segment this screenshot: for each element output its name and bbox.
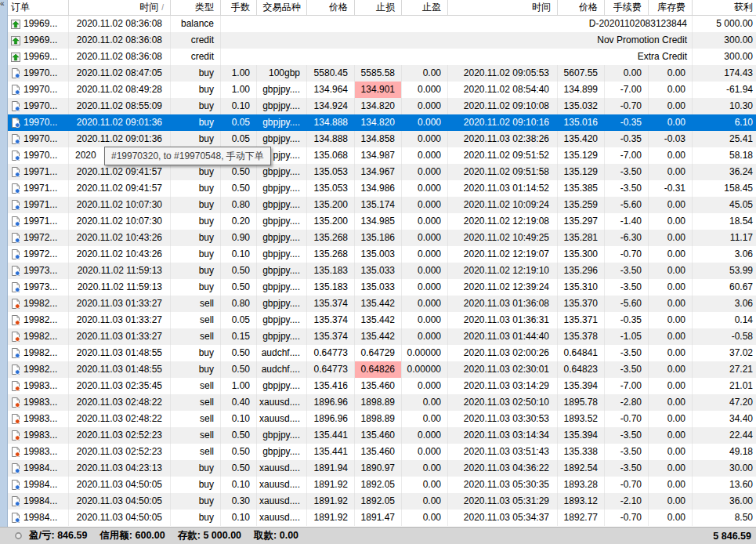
cell-time: 2020.11.02 11:59:13	[69, 279, 171, 296]
cell-comm: 0.00	[605, 65, 649, 82]
cell-lots: 1.00	[221, 82, 257, 98]
col-header-order[interactable]: 订单	[8, 0, 69, 15]
cell-time: 2020.11.02 10:07:30	[69, 213, 171, 230]
col-header-open-price[interactable]: 价格	[307, 0, 355, 15]
cell-tp: 0.000	[402, 197, 448, 213]
table-row[interactable]: 19971...2020.11.02 10:07:30buy0.80gbpjpy…	[8, 197, 756, 213]
col-header-sl[interactable]: 止损	[355, 0, 402, 15]
cell-type: buy	[171, 131, 221, 147]
cell-profit: 11.17	[693, 230, 756, 246]
cell-time: 2020.11.02 09:41:57	[69, 164, 171, 180]
table-row[interactable]: 19969...2020.11.02 08:36:08balanceD-2020…	[8, 16, 756, 32]
table-row[interactable]: 19973...2020.11.02 11:59:13buy0.50gbpjpy…	[8, 279, 756, 296]
table-row[interactable]: 19972...2020.11.02 10:43:26buy0.90gbpjpy…	[8, 230, 756, 246]
deposit-arrow-icon	[10, 52, 20, 62]
cell-type: credit	[171, 49, 221, 65]
table-row[interactable]: 19983...2020.11.03 02:48:22sell0.10xauus…	[8, 411, 756, 427]
table-row[interactable]: 19982...2020.11.03 01:33:27sell0.15gbpjp…	[8, 328, 756, 345]
col-header-open-time[interactable]: 时间/	[69, 0, 171, 15]
cell-lots: 0.10	[221, 98, 257, 114]
cell-time: 2020.11.02 08:36:08	[69, 16, 171, 32]
order-number: 19984...	[24, 493, 57, 510]
col-header-symbol[interactable]: 交易品种	[257, 0, 307, 15]
cell-time2: 2020.11.02 08:54:40	[448, 82, 558, 98]
table-row[interactable]: 19970...2020.11.02 08:55:09buy0.10gbpjpy…	[8, 98, 756, 114]
table-row[interactable]: 19969...2020.11.02 08:36:08creditExtra C…	[8, 49, 756, 65]
cell-price2: 1895.78	[558, 394, 605, 411]
cell-profit: 47.20	[693, 394, 756, 411]
table-row[interactable]: 19983...2020.11.03 02:35:45sell1.00gbpjp…	[8, 378, 756, 394]
col-header-swap[interactable]: 库存费	[649, 0, 693, 15]
table-row[interactable]: 19970...2020.11.02 08:49:28buy1.00gbpjpy…	[8, 82, 756, 98]
table-row[interactable]: 19969...2020.11.02 08:36:08creditNov Pro…	[8, 32, 756, 49]
cell-type: credit	[171, 32, 221, 49]
cell-swap: -0.31	[649, 180, 693, 197]
table-row[interactable]: 19982...2020.11.03 01:48:55buy0.50audchf…	[8, 345, 756, 361]
table-row[interactable]: 19982...2020.11.03 01:33:27sell0.80gbpjp…	[8, 296, 756, 312]
buy-order-icon	[10, 233, 20, 243]
table-row[interactable]: 19971...2020.11.02 10:07:30buy0.20gbpjpy…	[8, 213, 756, 230]
cell-order: 19970...	[8, 147, 69, 164]
status-total-balance: 5 846.59	[713, 531, 756, 542]
cell-price: 135.374	[307, 328, 355, 345]
cell-tp: 0.00	[402, 510, 448, 526]
col-header-tp[interactable]: 止盈	[402, 0, 448, 15]
table-row[interactable]: 19970...2020.11.02 08:47:05buy1.00100gbp…	[8, 65, 756, 82]
cell-sl: 135.442	[355, 296, 402, 312]
cell-sl: 1892.05	[355, 493, 402, 510]
cell-swap: 0.00	[649, 361, 693, 378]
order-number: 19973...	[24, 263, 57, 279]
cell-comm: -3.50	[605, 164, 649, 180]
cell-symbol: gbpjpy....	[257, 427, 307, 444]
cell-comm: -3.50	[605, 180, 649, 197]
table-row[interactable]: 19984...2020.11.03 04:23:13buy0.50xauusd…	[8, 460, 756, 477]
cell-symbol: gbpjpy....	[257, 263, 307, 279]
table-row[interactable]: 19983...2020.11.03 02:52:23sell0.50gbpjp…	[8, 444, 756, 460]
cell-profit: 27.21	[693, 361, 756, 378]
col-header-lots[interactable]: 手数	[221, 0, 257, 15]
cell-sl: 1892.05	[355, 477, 402, 493]
order-number: 19972...	[24, 230, 57, 246]
cell-order: 19972...	[8, 230, 69, 246]
col-header-close-price[interactable]: 价格	[558, 0, 605, 15]
cell-type: buy	[171, 477, 221, 493]
cell-lots: 0.05	[221, 312, 257, 328]
table-row[interactable]: 19972...2020.11.02 10:43:26buy0.10gbpjpy…	[8, 246, 756, 263]
table-row[interactable]: 19982...2020.11.03 01:33:27sell0.05gbpjp…	[8, 312, 756, 328]
table-row[interactable]: 19970...2020.11.02 09:01:36buy0.05gbpjpy…	[8, 131, 756, 147]
cell-lots: 0.05	[221, 131, 257, 147]
cell-order: 19970...	[8, 65, 69, 82]
table-row[interactable]: 19970...2020.11.02 09:01:36buy0.05gbpjpy…	[8, 114, 756, 131]
cell-time2: 2020.11.03 03:51:43	[448, 444, 558, 460]
history-table: 订单 时间/ 类型 手数 交易品种 价格 止损 止盈 时间 价格 手续费 库存费…	[8, 0, 756, 16]
table-row[interactable]: 19984...2020.11.03 04:50:05buy0.30xauusd…	[8, 493, 756, 510]
col-header-type[interactable]: 类型	[171, 0, 221, 15]
table-row[interactable]: 19973...2020.11.02 11:59:13buy0.50gbpjpy…	[8, 263, 756, 279]
col-header-close-time[interactable]: 时间	[448, 0, 558, 15]
cell-price2: 135.016	[558, 114, 605, 131]
cell-tp: 0.000	[402, 230, 448, 246]
table-row[interactable]: 19971...2020.11.02 09:41:57buy0.50gbpjpy…	[8, 164, 756, 180]
table-row[interactable]: 19983...2020.11.03 02:52:23sell0.50gbpjp…	[8, 427, 756, 444]
table-row[interactable]: 19984...2020.11.03 04:50:05buy0.10xauusd…	[8, 477, 756, 493]
cell-swap: 0.00	[649, 411, 693, 427]
col-header-profit[interactable]: 获利	[693, 0, 756, 15]
cell-sl: 135.003	[355, 246, 402, 263]
cell-price: 135.268	[307, 230, 355, 246]
panel-collapse-icon[interactable]: «	[0, 0, 5, 8]
table-row[interactable]: 19982...2020.11.03 01:48:55buy0.50audchf…	[8, 361, 756, 378]
cell-type: sell	[171, 296, 221, 312]
status-bar: 盈/亏: 846.59 信用额: 600.00 存款: 5 000.00 取款:…	[0, 527, 756, 544]
cell-swap: 0.00	[649, 312, 693, 328]
table-row[interactable]: 19984...2020.11.03 04:50:05buy0.10xauusd…	[8, 510, 756, 526]
cell-time2: 2020.11.03 05:31:29	[448, 493, 558, 510]
cell-symbol: xauusd....	[257, 460, 307, 477]
sell-order-icon	[10, 299, 20, 309]
table-row[interactable]: 19971...2020.11.02 09:41:57buy0.50gbpjpy…	[8, 180, 756, 197]
order-number: 19983...	[24, 394, 57, 411]
cell-time: 2020.11.03 02:48:22	[69, 411, 171, 427]
col-header-commission[interactable]: 手续费	[605, 0, 649, 15]
table-row[interactable]: 19983...2020.11.03 02:48:22sell0.40xauus…	[8, 394, 756, 411]
cell-price2: 135.297	[558, 213, 605, 230]
cell-swap: 0.00	[649, 65, 693, 82]
